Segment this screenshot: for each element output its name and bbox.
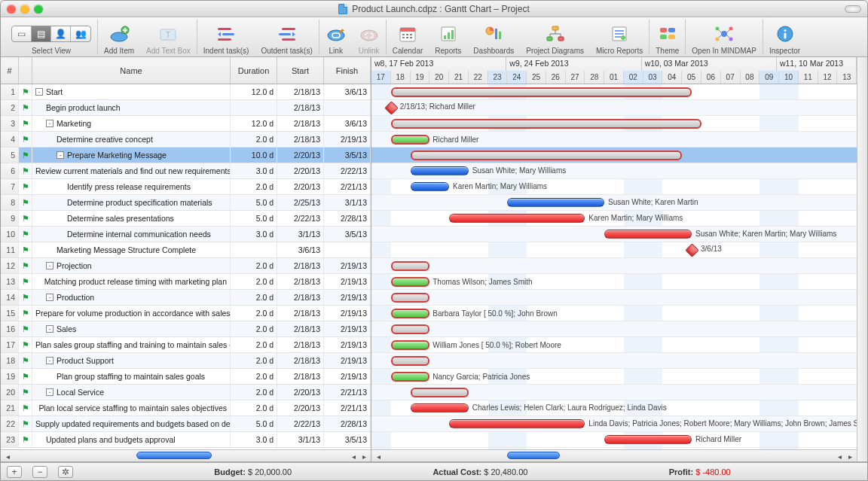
gantt-row[interactable]: Susan White; Mary Williams bbox=[371, 163, 857, 179]
duration-cell[interactable]: 2.0 d bbox=[231, 321, 277, 336]
duration-cell[interactable] bbox=[231, 100, 277, 115]
gantt-scroll-right-1[interactable]: ◂ bbox=[834, 451, 845, 461]
start-cell[interactable]: 3/1/13 bbox=[277, 227, 324, 242]
gantt-row[interactable] bbox=[371, 116, 857, 132]
finish-cell[interactable]: 2/19/13 bbox=[324, 290, 371, 305]
start-cell[interactable]: 2/25/13 bbox=[277, 195, 324, 210]
day-header[interactable]: 26 bbox=[546, 71, 566, 84]
indent-icon[interactable] bbox=[215, 23, 237, 44]
duration-cell[interactable]: 2.0 d bbox=[231, 258, 277, 273]
task-name-cell[interactable]: Updated plans and budgets approval bbox=[32, 432, 231, 447]
table-row[interactable]: 1⚑-Start12.0 d2/18/133/6/13 bbox=[1, 84, 371, 100]
start-cell[interactable]: 2/22/13 bbox=[277, 211, 324, 226]
duration-cell[interactable]: 2.0 d bbox=[231, 306, 277, 321]
table-row[interactable]: 16⚑-Sales2.0 d2/18/132/19/13 bbox=[1, 321, 371, 337]
start-cell[interactable]: 2/18/13 bbox=[277, 337, 324, 352]
duration-cell[interactable]: 2.0 d bbox=[231, 132, 277, 147]
finish-cell[interactable]: 2/19/13 bbox=[324, 132, 371, 147]
zoom-window-button[interactable] bbox=[34, 5, 43, 14]
table-row[interactable]: 5⚑-Prepare Marketing Message10.0 d2/20/1… bbox=[1, 148, 371, 163]
gantt-row[interactable]: 3/6/13 bbox=[371, 242, 857, 258]
duration-cell[interactable]: 5.0 d bbox=[231, 416, 277, 431]
gantt-bar[interactable]: William Jones [ 50.0 %]; Robert Moore bbox=[391, 340, 430, 350]
unlink-icon[interactable] bbox=[359, 23, 380, 44]
titlebar-pill-button[interactable] bbox=[845, 5, 861, 13]
day-header[interactable]: 09 bbox=[760, 71, 779, 84]
gantt-bar[interactable] bbox=[391, 87, 692, 97]
finish-cell[interactable]: 2/19/13 bbox=[324, 306, 371, 321]
start-cell[interactable]: 2/18/13 bbox=[277, 132, 324, 147]
table-row[interactable]: 14⚑-Production2.0 d2/18/132/19/13 bbox=[1, 290, 371, 306]
duration-cell[interactable]: 5.0 d bbox=[231, 211, 277, 226]
task-table-body[interactable]: 1⚑-Start12.0 d2/18/133/6/132⚑Begin produ… bbox=[1, 84, 371, 449]
gantt-bar[interactable]: Susan White; Mary Williams bbox=[411, 166, 469, 175]
table-row[interactable]: 18⚑-Product Support2.0 d2/18/132/19/13 bbox=[1, 353, 371, 369]
gantt-row[interactable]: Linda Davis; Patricia Jones; Robert Moor… bbox=[371, 416, 857, 432]
disclosure-toggle[interactable]: - bbox=[46, 357, 53, 364]
task-name-cell[interactable]: Determine internal communication needs bbox=[32, 227, 231, 242]
day-header[interactable]: 25 bbox=[527, 71, 546, 84]
duration-cell[interactable]: 2.0 d bbox=[231, 179, 277, 194]
view-segmented-control[interactable]: ▭ ▤ 👤 👥 bbox=[11, 26, 91, 42]
gantt-row[interactable]: Susan White; Karen Martin bbox=[371, 195, 857, 211]
finish-cell[interactable]: 2/28/13 bbox=[324, 416, 371, 431]
week-header[interactable]: w11, 10 Mar 2013 bbox=[777, 57, 857, 71]
task-name-cell[interactable]: -Marketing bbox=[32, 116, 231, 131]
table-row[interactable]: 15⚑Prepare for volume production in acco… bbox=[1, 306, 371, 321]
table-row[interactable]: 17⚑Plan sales group staffing and trainin… bbox=[1, 337, 371, 353]
task-name-cell[interactable]: Determine sales presentations bbox=[32, 211, 231, 226]
day-header[interactable]: 03 bbox=[643, 71, 663, 84]
link-icon[interactable] bbox=[326, 23, 347, 44]
gantt-bar[interactable]: Richard Miller bbox=[604, 435, 692, 444]
gantt-scroll-thumb[interactable] bbox=[507, 452, 560, 459]
add-row-button[interactable]: + bbox=[7, 466, 22, 478]
gantt-bar[interactable]: Thomas Wilson; James Smith bbox=[391, 277, 430, 287]
table-row[interactable]: 7⚑Identify press release requirements2.0… bbox=[1, 179, 371, 195]
reports-icon[interactable] bbox=[438, 23, 459, 44]
day-header[interactable]: 12 bbox=[818, 71, 838, 84]
finish-cell[interactable]: 2/19/13 bbox=[324, 369, 371, 384]
gantt-row[interactable] bbox=[371, 84, 857, 100]
gantt-bar[interactable] bbox=[391, 293, 430, 303]
scroll-right-arrow-2[interactable]: ▸ bbox=[359, 451, 369, 461]
start-cell[interactable]: 2/18/13 bbox=[277, 321, 324, 336]
open-mindmap-icon[interactable] bbox=[714, 23, 735, 44]
duration-cell[interactable]: 3.0 d bbox=[231, 163, 277, 178]
start-cell[interactable]: 2/22/13 bbox=[277, 416, 324, 431]
finish-cell[interactable]: 2/19/13 bbox=[324, 337, 371, 352]
col-number[interactable]: # bbox=[1, 57, 19, 84]
day-header[interactable]: 01 bbox=[604, 71, 624, 84]
task-name-cell[interactable]: -Sales bbox=[32, 321, 231, 336]
task-name-cell[interactable]: Marketing Message Structure Complete bbox=[32, 242, 231, 257]
week-header[interactable]: w10, 03 Mar 2013 bbox=[642, 57, 777, 71]
day-header[interactable]: 21 bbox=[449, 71, 469, 84]
disclosure-toggle[interactable]: - bbox=[46, 120, 53, 127]
finish-cell[interactable]: 3/6/13 bbox=[324, 116, 371, 131]
table-row[interactable]: 4⚑Determine creative concept2.0 d2/18/13… bbox=[1, 132, 371, 148]
finish-cell[interactable]: 2/21/13 bbox=[324, 400, 371, 416]
day-header[interactable]: 10 bbox=[779, 71, 799, 84]
task-name-cell[interactable]: -Production bbox=[32, 290, 231, 305]
gantt-row[interactable] bbox=[371, 258, 857, 274]
gantt-bar[interactable]: Barbara Taylor [ 50.0 %]; John Brown bbox=[391, 309, 430, 318]
gantt-bar[interactable]: Susan White; Karen Martin bbox=[507, 198, 604, 207]
left-horizontal-scrollbar[interactable]: ◂ ◂ ▸ bbox=[1, 449, 371, 461]
gantt-row[interactable]: Karen Martin; Mary Williams bbox=[371, 179, 857, 195]
task-name-cell[interactable]: Matching product release timing with mar… bbox=[32, 274, 231, 289]
gantt-bar[interactable]: Charles Lewis; Helen Clark; Laura Rodrig… bbox=[411, 403, 469, 413]
gantt-row[interactable]: Richard Miller bbox=[371, 432, 857, 448]
theme-icon[interactable] bbox=[657, 23, 678, 44]
finish-cell[interactable] bbox=[324, 100, 371, 115]
gantt-scroll-left[interactable]: ◂ bbox=[373, 451, 384, 461]
finish-cell[interactable]: 2/19/13 bbox=[324, 353, 371, 368]
table-row[interactable]: 22⚑Supply updated requirements and budge… bbox=[1, 416, 371, 432]
week-header[interactable]: w8, 17 Feb 2013 bbox=[371, 57, 506, 71]
duration-cell[interactable]: 2.0 d bbox=[231, 290, 277, 305]
finish-cell[interactable]: 3/1/13 bbox=[324, 195, 371, 210]
task-name-cell[interactable]: Review current materials and find out ne… bbox=[32, 163, 231, 178]
gantt-row[interactable]: Susan White; Karen Martin; Mary Williams bbox=[371, 227, 857, 242]
day-header[interactable]: 28 bbox=[585, 71, 604, 84]
gantt-row[interactable]: Karen Martin; Mary Williams bbox=[371, 211, 857, 227]
task-name-cell[interactable]: Determine product specification material… bbox=[32, 195, 231, 210]
view-seg-3[interactable]: 👤 bbox=[51, 26, 71, 41]
